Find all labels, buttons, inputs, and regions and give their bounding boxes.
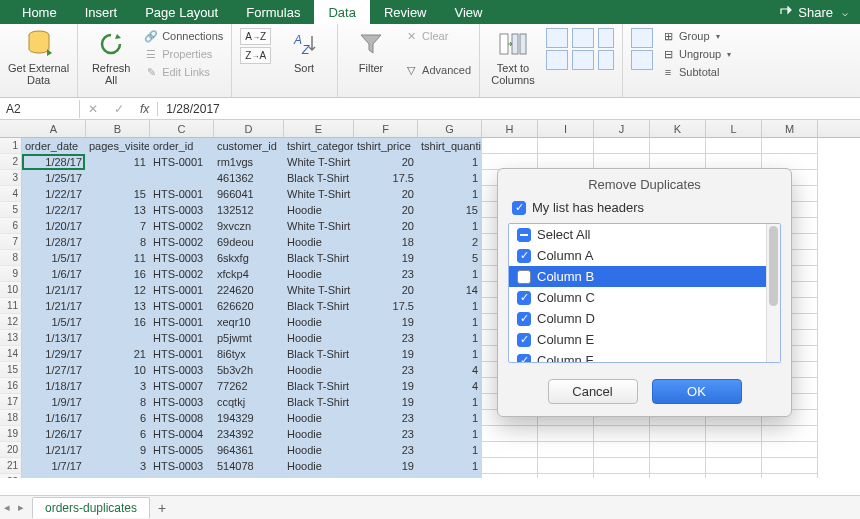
- cell[interactable]: Hoodie: [284, 426, 354, 442]
- cell[interactable]: Black T-Shirt: [284, 250, 354, 266]
- cell[interactable]: Hoodie: [284, 330, 354, 346]
- whatif-button[interactable]: [598, 28, 614, 48]
- clear-filter-button[interactable]: ✕Clear: [404, 28, 471, 44]
- cell[interactable]: 15: [418, 202, 482, 218]
- cell[interactable]: 1/22/17: [22, 202, 86, 218]
- cell[interactable]: Black T-Shirt: [284, 298, 354, 314]
- column-header[interactable]: F: [354, 120, 418, 137]
- cell[interactable]: 14: [418, 282, 482, 298]
- cell[interactable]: 1: [418, 186, 482, 202]
- cell[interactable]: 18: [354, 234, 418, 250]
- edit-links-button[interactable]: ✎Edit Links: [144, 64, 223, 80]
- header-cell[interactable]: [594, 138, 650, 154]
- cell[interactable]: 15: [86, 186, 150, 202]
- formula-input[interactable]: 1/28/2017: [158, 102, 860, 116]
- cell[interactable]: HTS-0001: [150, 186, 214, 202]
- cell[interactable]: [538, 426, 594, 442]
- cell[interactable]: 1: [418, 218, 482, 234]
- cell[interactable]: 23: [354, 362, 418, 378]
- cell[interactable]: Hoodie: [284, 266, 354, 282]
- cell[interactable]: 9xvczn: [214, 218, 284, 234]
- cell[interactable]: [538, 442, 594, 458]
- row-header[interactable]: 6: [0, 218, 22, 234]
- cell[interactable]: HTS-0001: [150, 346, 214, 362]
- columns-listbox[interactable]: Select All Column A Column B Column C Co…: [508, 223, 781, 363]
- cell[interactable]: ccqtkj: [214, 394, 284, 410]
- row-header[interactable]: 10: [0, 282, 22, 298]
- header-cell[interactable]: tshirt_quantity: [418, 138, 482, 154]
- cell[interactable]: 16: [86, 266, 150, 282]
- column-header[interactable]: A: [22, 120, 86, 137]
- row-header[interactable]: 19: [0, 426, 22, 442]
- cell[interactable]: HTS-0002: [150, 234, 214, 250]
- cell[interactable]: HTS-0001: [150, 314, 214, 330]
- row-header[interactable]: 13: [0, 330, 22, 346]
- cell[interactable]: 514078: [214, 458, 284, 474]
- row-header[interactable]: 20: [0, 442, 22, 458]
- header-cell[interactable]: tshirt_price: [354, 138, 418, 154]
- cell[interactable]: rm1vgs: [214, 154, 284, 170]
- cell[interactable]: 23: [354, 442, 418, 458]
- name-box[interactable]: A2: [0, 100, 80, 118]
- cell[interactable]: White T-Shirt: [284, 282, 354, 298]
- cancel-formula-icon[interactable]: ✕: [80, 102, 106, 116]
- cell[interactable]: [706, 458, 762, 474]
- cell[interactable]: [538, 458, 594, 474]
- cell[interactable]: [762, 442, 818, 458]
- row-header[interactable]: 15: [0, 362, 22, 378]
- cell[interactable]: 1/16/17: [22, 410, 86, 426]
- filter-button[interactable]: Filter: [346, 28, 396, 74]
- cell[interactable]: 1/5/17: [22, 314, 86, 330]
- advanced-filter-button[interactable]: ▽Advanced: [404, 62, 471, 78]
- cell[interactable]: 626620: [214, 298, 284, 314]
- cell[interactable]: 1/20/17: [22, 218, 86, 234]
- sheet-tab[interactable]: orders-duplicates: [32, 497, 150, 518]
- cell[interactable]: Hoodie: [284, 442, 354, 458]
- cell[interactable]: 17.5: [354, 298, 418, 314]
- row-header[interactable]: 11: [0, 298, 22, 314]
- tab-view[interactable]: View: [441, 0, 497, 24]
- cell[interactable]: 23: [354, 426, 418, 442]
- row-header[interactable]: 18: [0, 410, 22, 426]
- cell[interactable]: 132512: [214, 202, 284, 218]
- cell[interactable]: 1/10/17: [22, 474, 86, 478]
- column-header[interactable]: I: [538, 120, 594, 137]
- relationships-button[interactable]: [598, 50, 614, 70]
- cell[interactable]: 1: [418, 314, 482, 330]
- cell[interactable]: 1/21/17: [22, 282, 86, 298]
- cell[interactable]: Black T-Shirt: [284, 170, 354, 186]
- cell[interactable]: 1: [418, 442, 482, 458]
- cell[interactable]: 7: [86, 474, 150, 478]
- cell[interactable]: xfckp4: [214, 266, 284, 282]
- cell[interactable]: Black T-Shirt: [284, 378, 354, 394]
- cell[interactable]: Hoodie: [284, 458, 354, 474]
- cell[interactable]: 11: [86, 154, 150, 170]
- column-header[interactable]: C: [150, 120, 214, 137]
- connections-button[interactable]: 🔗Connections: [144, 28, 223, 44]
- properties-button[interactable]: ☰Properties: [144, 46, 223, 62]
- header-cell[interactable]: order_date: [22, 138, 86, 154]
- cell[interactable]: [482, 458, 538, 474]
- cell[interactable]: [762, 458, 818, 474]
- sort-desc-button[interactable]: Z→A: [240, 47, 271, 64]
- row-header[interactable]: 1: [0, 138, 22, 154]
- cell[interactable]: 1/22/17: [22, 186, 86, 202]
- cell[interactable]: 1/13/17: [22, 330, 86, 346]
- header-cell[interactable]: pages_visited: [86, 138, 150, 154]
- column-header[interactable]: K: [650, 120, 706, 137]
- cell[interactable]: White T-Shirt: [284, 218, 354, 234]
- cell[interactable]: 1/21/17: [22, 298, 86, 314]
- header-cell[interactable]: customer_id: [214, 138, 284, 154]
- cell[interactable]: HTS-0001: [150, 154, 214, 170]
- cell[interactable]: [150, 170, 214, 186]
- cell[interactable]: [482, 474, 538, 478]
- subtotal-button[interactable]: ≡Subtotal: [661, 64, 731, 80]
- sheet-nav-first[interactable]: ◂: [0, 501, 14, 514]
- cell[interactable]: 1: [418, 394, 482, 410]
- cell[interactable]: [706, 442, 762, 458]
- cell[interactable]: 20: [354, 186, 418, 202]
- column-header[interactable]: G: [418, 120, 482, 137]
- cell[interactable]: HTS-0008: [150, 410, 214, 426]
- cell[interactable]: 7: [86, 218, 150, 234]
- cell[interactable]: 8i6tyx: [214, 346, 284, 362]
